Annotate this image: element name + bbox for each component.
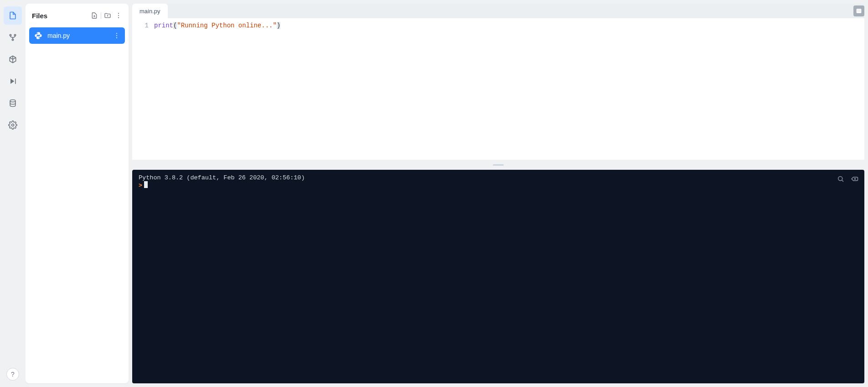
svg-point-9 [116,33,117,34]
file-item-more-icon[interactable] [113,32,120,39]
svg-rect-13 [857,10,861,10]
sidebar-version-control-icon[interactable] [4,28,22,47]
tab-label: main.py [140,8,160,15]
file-item-main[interactable]: main.py [29,27,125,44]
sidebar-debugger-icon[interactable] [4,72,22,90]
console-prompt: > [139,182,142,189]
svg-point-7 [118,15,119,16]
code-editor[interactable]: 1 print("Running Python online...") [132,18,864,160]
svg-point-1 [14,34,16,36]
svg-point-6 [118,13,119,14]
console-banner: Python 3.8.2 (default, Feb 26 2020, 02:5… [139,174,858,181]
sidebar-database-icon[interactable] [4,94,22,112]
new-folder-icon[interactable] [102,10,113,21]
icon-sidebar: ? [0,0,26,387]
svg-rect-14 [857,11,861,11]
editor-area: main.py 1 print("Running Python online..… [132,4,864,160]
tab-main[interactable]: main.py [132,4,168,18]
files-more-icon[interactable] [113,10,124,21]
tab-row: main.py [132,4,864,18]
svg-point-0 [10,34,11,36]
line-gutter: 1 [132,18,152,160]
sidebar-files-icon[interactable] [4,6,22,25]
files-panel-title: Files [32,12,89,20]
svg-point-5 [12,124,14,126]
layout-toggle-icon[interactable] [853,5,864,16]
help-button[interactable]: ? [6,368,19,381]
console-clear-icon[interactable] [850,174,859,183]
sidebar-settings-icon[interactable] [4,116,22,134]
svg-rect-3 [15,78,16,84]
console-search-icon[interactable] [836,174,845,183]
file-item-label: main.py [47,32,113,39]
svg-point-2 [12,39,13,40]
code-content: print("Running Python online...") [152,18,282,160]
svg-point-4 [10,100,16,102]
main-area: main.py 1 print("Running Python online..… [132,4,864,383]
files-header: Files [26,4,129,27]
sidebar-packages-icon[interactable] [4,50,22,68]
svg-point-10 [116,35,117,36]
svg-point-11 [116,37,117,38]
header-divider [101,12,101,19]
svg-point-15 [838,177,842,181]
files-panel: Files main.py [26,4,129,383]
svg-point-8 [118,17,119,18]
console-prompt-line: > [139,181,858,189]
new-file-icon[interactable] [89,10,100,21]
pane-splitter[interactable] [132,163,864,166]
console-toolbar [836,174,859,183]
console-cursor [144,181,148,188]
python-file-icon [34,31,43,40]
console[interactable]: Python 3.8.2 (default, Feb 26 2020, 02:5… [132,170,864,383]
